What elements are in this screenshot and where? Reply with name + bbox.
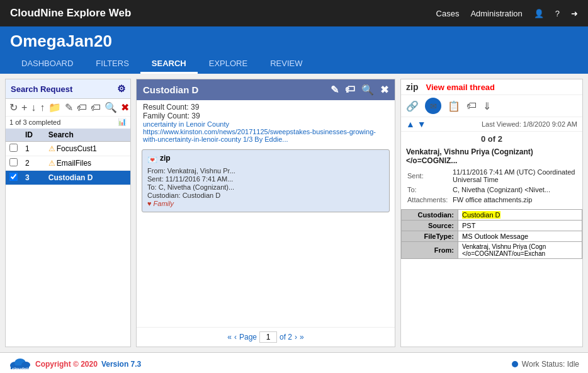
email-family: ♥ Family xyxy=(147,200,384,207)
last-viewed: Last Viewed: 1/8/2020 9:02 AM xyxy=(482,120,577,128)
table-row[interactable]: 2 ⚠EmailFiles xyxy=(6,156,130,171)
user-icon[interactable]: 👤 xyxy=(534,9,544,18)
row-id: 1 xyxy=(21,142,45,156)
table-row[interactable]: 1 ⚠FocusCust1 xyxy=(6,142,130,156)
cases-link[interactable]: Cases xyxy=(436,9,460,18)
search-icon[interactable]: 🔍 xyxy=(361,84,374,96)
custodian-label: Custodian: xyxy=(402,210,458,221)
sort-down-icon[interactable]: ↓ xyxy=(31,102,36,113)
col-id: ID xyxy=(21,129,45,142)
email-thread-icon[interactable]: ✉ xyxy=(425,98,441,114)
last-page-icon[interactable]: » xyxy=(300,333,304,341)
email-sender: Venkatraj, Vishnu Priya (Cognizant) </o=… xyxy=(406,147,577,165)
gear-icon[interactable]: ⚙ xyxy=(117,83,125,95)
status-bar: Work Status: Idle xyxy=(512,360,579,369)
tab-filters[interactable]: FILTERS xyxy=(84,55,140,74)
completed-row: 1 of 3 completed 📊 xyxy=(6,117,130,129)
row-name[interactable]: Custodian D xyxy=(45,171,130,185)
refresh-icon[interactable]: ↻ xyxy=(9,101,18,113)
row-checkbox[interactable] xyxy=(6,142,21,156)
folder-icon[interactable]: 📁 xyxy=(48,101,61,113)
nav-arrows: ▲ ▼ xyxy=(406,119,426,129)
row-name[interactable]: ⚠FocusCust1 xyxy=(45,142,130,156)
col-checkbox xyxy=(6,129,21,142)
top-nav: CloudNine Explore Web Cases Administrati… xyxy=(0,0,588,26)
down-arrow-icon[interactable]: ▼ xyxy=(417,119,426,129)
source-value: PST xyxy=(458,221,582,231)
tab-explore[interactable]: EXPLORE xyxy=(198,55,259,74)
total-pages: of 2 xyxy=(280,333,292,341)
add-icon[interactable]: + xyxy=(21,102,27,113)
help-icon[interactable]: ? xyxy=(555,9,560,18)
sort-up-icon[interactable]: ↑ xyxy=(40,102,45,113)
first-page-icon[interactable]: « xyxy=(227,333,232,341)
row-checkbox[interactable] xyxy=(6,171,21,185)
copy-icon[interactable]: 📋 xyxy=(448,100,460,112)
completed-text: 1 of 3 completed xyxy=(9,118,60,126)
copyright-text: Copyright © 2020 xyxy=(35,360,98,369)
bottom-bar: cloudnine Copyright © 2020 Version 7.3 W… xyxy=(0,352,588,373)
sent-label: Sent: xyxy=(407,168,451,184)
edit-icon[interactable]: ✎ xyxy=(65,101,73,113)
up-arrow-icon[interactable]: ▲ xyxy=(406,119,415,129)
logout-icon[interactable]: ➜ xyxy=(571,9,578,18)
to-value: C, Nivetha (Cognizant) <Nivet... xyxy=(453,185,576,194)
mid-panel: Custodian D ✎ 🏷 🔍 ✖ Result Count: 39 Fam… xyxy=(136,79,395,347)
col-search: Search xyxy=(45,129,130,142)
edit-icon[interactable]: ✎ xyxy=(331,84,339,96)
search-request-label: Search Request xyxy=(11,84,72,94)
external-link-icon[interactable]: 🔗 xyxy=(406,100,419,112)
source-label: Source: xyxy=(402,221,458,231)
tab-review[interactable]: REVIEW xyxy=(259,55,314,74)
row-id: 2 xyxy=(21,156,45,171)
detail-table: Custodian: Custodian D Source: PST FileT… xyxy=(401,209,582,259)
email-icon: 💌 xyxy=(147,155,157,164)
email-meta-table: Sent: 11/11/2016 7:41 AM (UTC) Coordinat… xyxy=(406,166,577,205)
email-item-header: 💌 zip xyxy=(147,154,384,165)
row-checkbox[interactable] xyxy=(6,156,21,171)
zip-label: zip xyxy=(406,82,418,92)
mid-header-toolbar: ✎ 🏷 🔍 ✖ xyxy=(331,84,388,96)
counter: 0 of 2 xyxy=(401,132,582,146)
next-page-icon[interactable]: › xyxy=(295,333,297,341)
tag-icon[interactable]: 🏷 xyxy=(466,100,477,112)
view-email-thread-label: View email thread xyxy=(426,83,495,92)
filetype-value: MS Outlook Message xyxy=(458,231,582,242)
tab-dashboard[interactable]: DASHBOARD xyxy=(10,55,84,74)
project-title: OmegaJan20 xyxy=(10,32,578,55)
svg-text:cloudnine: cloudnine xyxy=(12,367,31,371)
mid-title: Custodian D xyxy=(143,84,198,95)
tag2-icon[interactable]: 🏷 xyxy=(91,102,101,113)
from-label: From: xyxy=(402,242,458,259)
download-icon[interactable]: ⇓ xyxy=(483,100,491,112)
search-toolbar: ↻ + ↓ ↑ 📁 ✎ 🏷 🏷 🔍 ✖ xyxy=(6,99,130,117)
attachments-label: Attachments: xyxy=(407,195,451,204)
filetype-label: FileType: xyxy=(402,231,458,242)
cloudnine-logo: cloudnine xyxy=(9,357,31,372)
row-name[interactable]: ⚠EmailFiles xyxy=(45,156,130,171)
email-item[interactable]: 💌 zip From: Venkatraj, Vishnu Pr... Sent… xyxy=(142,149,390,212)
family-count: Family Count: 39 xyxy=(143,112,388,120)
email-from: From: Venkatraj, Vishnu Pr... xyxy=(147,167,384,175)
right-toolbar: 🔗 ✉ 📋 🏷 ⇓ xyxy=(401,95,582,117)
version-text: Version 7.3 xyxy=(101,360,141,369)
app-brand: CloudNine Explore Web xyxy=(10,7,131,20)
page-input[interactable] xyxy=(259,331,277,343)
tabs: DASHBOARD FILTERS SEARCH EXPLORE REVIEW xyxy=(10,55,578,74)
nav-row: ▲ ▼ Last Viewed: 1/8/2020 9:02 AM xyxy=(401,117,582,132)
from-value: Venkatraj, Vishnu Priya (Cogn </o=COGNIZ… xyxy=(458,242,582,259)
search-table: ID Search 1 ⚠FocusCust1 2 ⚠EmailFiles 3 xyxy=(6,129,130,185)
table-row-selected[interactable]: 3 Custodian D xyxy=(6,171,130,185)
tag-icon[interactable]: 🏷 xyxy=(345,84,355,96)
chart-icon: 📊 xyxy=(118,118,127,126)
right-top-bar: zip View email thread xyxy=(401,79,582,95)
page-label: Page xyxy=(239,333,257,341)
prev-page-icon[interactable]: ‹ xyxy=(234,333,237,341)
close-icon[interactable]: ✖ xyxy=(380,84,388,96)
tag-icon[interactable]: 🏷 xyxy=(77,102,87,113)
tab-search[interactable]: SEARCH xyxy=(140,55,198,74)
search-icon[interactable]: 🔍 xyxy=(105,101,117,113)
custodian-value: Custodian D xyxy=(458,210,582,221)
administration-link[interactable]: Administration xyxy=(470,9,522,18)
delete-icon[interactable]: ✖ xyxy=(121,101,129,113)
